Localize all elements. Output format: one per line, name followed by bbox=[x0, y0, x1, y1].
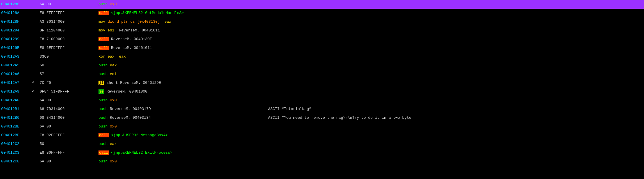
comment-cell bbox=[265, 9, 644, 17]
address-cell: 00401299 bbox=[0, 35, 32, 44]
arrow-cell bbox=[32, 140, 38, 148]
arrow-cell: ^ bbox=[32, 79, 38, 87]
table-row[interactable]: 004012B168 7D314000push ReverseM. 004031… bbox=[0, 105, 644, 114]
table-row[interactable]: 004012C86A 00push 0x0 bbox=[0, 157, 644, 166]
table-row[interactable]: 004012AF6A 00push 0x0 bbox=[0, 96, 644, 105]
arrow-cell bbox=[32, 17, 38, 26]
disasm-cell: mov edi, ReverseM. 00401011 bbox=[96, 26, 265, 35]
table-row[interactable]: 004012A657push edi bbox=[0, 70, 644, 79]
comment-cell bbox=[265, 122, 644, 131]
address-cell: 004012A6 bbox=[0, 70, 32, 79]
disasm-cell: push 0x0 bbox=[96, 96, 265, 105]
disasm-cell: push 0x0 bbox=[96, 0, 265, 9]
address-cell: 004012A9 bbox=[0, 87, 32, 96]
arrow-cell bbox=[32, 44, 38, 52]
bytes-cell: 68 34314000 bbox=[38, 114, 96, 122]
address-cell: 0040129E bbox=[0, 44, 32, 52]
comment-cell bbox=[265, 140, 644, 148]
address-cell: 004012AF bbox=[0, 96, 32, 105]
comment-cell bbox=[265, 0, 644, 9]
comment-cell bbox=[265, 52, 644, 61]
disasm-cell: call ReverseM. 0040130F bbox=[96, 35, 265, 44]
address-cell: 004012C8 bbox=[0, 157, 32, 166]
arrow-cell bbox=[32, 52, 38, 61]
table-row[interactable]: 004012A7^7C F5jl short ReverseM. 0040129… bbox=[0, 79, 644, 87]
comment-cell bbox=[265, 79, 644, 87]
disasm-cell: push 0x0 bbox=[96, 157, 265, 166]
table-row[interactable]: 004012C250push eax bbox=[0, 140, 644, 148]
address-cell: 004012BD bbox=[0, 131, 32, 140]
arrow-cell bbox=[32, 148, 38, 157]
disasm-cell: mov dword ptr ds:[0x403130], eax bbox=[96, 17, 265, 26]
comment-cell: ASCII “TutorialNag” bbox=[265, 105, 644, 114]
disasm-cell: call <jmp.&KERNEL32.ExitProcess> bbox=[96, 148, 265, 157]
arrow-cell bbox=[32, 157, 38, 166]
table-row[interactable]: 004012C3E8 B0FFFFFFcall <jmp.&KERNEL32.E… bbox=[0, 148, 644, 157]
comment-cell bbox=[265, 70, 644, 79]
bytes-cell: E8 71000000 bbox=[38, 35, 96, 44]
arrow-cell bbox=[32, 122, 38, 131]
comment-cell bbox=[265, 87, 644, 96]
disasm-cell: je ReverseM. 00401000 bbox=[96, 87, 265, 96]
bytes-cell: A3 30314000 bbox=[38, 17, 96, 26]
disasm-cell: xor eax, eax bbox=[96, 52, 265, 61]
disassembly-table: 004012886A 00push 0x00040128AE8 EFFFFFFF… bbox=[0, 0, 644, 166]
comment-cell bbox=[265, 61, 644, 70]
bytes-cell: 0F84 51FDFFFF bbox=[38, 87, 96, 96]
bytes-cell: 50 bbox=[38, 61, 96, 70]
comment-cell bbox=[265, 148, 644, 157]
address-cell: 004012BB bbox=[0, 122, 32, 131]
address-cell: 004012A5 bbox=[0, 61, 32, 70]
address-cell: 004012A3 bbox=[0, 52, 32, 61]
bytes-cell: 50 bbox=[38, 140, 96, 148]
table-row[interactable]: 004012BB6A 00push 0x0 bbox=[0, 122, 644, 131]
table-row[interactable]: 004012886A 00push 0x0 bbox=[0, 0, 644, 9]
table-row[interactable]: 0040129EE8 6EFDFFFFcall ReverseM. 004010… bbox=[0, 44, 644, 52]
bytes-cell: E8 B0FFFFFF bbox=[38, 148, 96, 157]
address-cell: 0040128A bbox=[0, 9, 32, 17]
arrow-cell bbox=[32, 9, 38, 17]
bytes-cell: BF 11104000 bbox=[38, 26, 96, 35]
table-row[interactable]: 0040128AE8 EFFFFFFFcall <jmp.&KERNEL32.G… bbox=[0, 9, 644, 17]
table-row[interactable]: 00401299E8 71000000call ReverseM. 004013… bbox=[0, 35, 644, 44]
disasm-cell: push 0x0 bbox=[96, 122, 265, 131]
table-row[interactable]: 0040128FA3 30314000mov dword ptr ds:[0x4… bbox=[0, 17, 644, 26]
arrow-cell bbox=[32, 61, 38, 70]
arrow-cell bbox=[32, 70, 38, 79]
bytes-cell: E8 92FFFFFF bbox=[38, 131, 96, 140]
comment-cell bbox=[265, 17, 644, 26]
disasm-cell: push edi bbox=[96, 70, 265, 79]
comment-cell bbox=[265, 96, 644, 105]
address-cell: 0040128F bbox=[0, 17, 32, 26]
disasm-cell: jl short ReverseM. 0040129E bbox=[96, 79, 265, 87]
table-row[interactable]: 004012BDE8 92FFFFFFcall <jmp.&USER32.Mes… bbox=[0, 131, 644, 140]
bytes-cell: 6A 00 bbox=[38, 157, 96, 166]
disasm-cell: call ReverseM. 00401011 bbox=[96, 44, 265, 52]
arrow-cell bbox=[32, 0, 38, 9]
table-row[interactable]: 004012A9^0F84 51FDFFFFje ReverseM. 00401… bbox=[0, 87, 644, 96]
comment-cell bbox=[265, 157, 644, 166]
disasm-cell: push ReverseM. 0040317D bbox=[96, 105, 265, 114]
address-cell: 004012B1 bbox=[0, 105, 32, 114]
arrow-cell bbox=[32, 26, 38, 35]
table-row[interactable]: 004012B668 34314000push ReverseM. 004031… bbox=[0, 114, 644, 122]
bytes-cell: 6A 00 bbox=[38, 0, 96, 9]
comment-cell bbox=[265, 35, 644, 44]
table-row[interactable]: 004012A333C0xor eax, eax bbox=[0, 52, 644, 61]
address-cell: 004012A7 bbox=[0, 79, 32, 87]
address-cell: 00401294 bbox=[0, 26, 32, 35]
bytes-cell: 68 7D314000 bbox=[38, 105, 96, 114]
table-row[interactable]: 00401294BF 11104000mov edi, ReverseM. 00… bbox=[0, 26, 644, 35]
bytes-cell: 6A 00 bbox=[38, 122, 96, 131]
comment-cell bbox=[265, 26, 644, 35]
table-row[interactable]: 004012A550push eax bbox=[0, 61, 644, 70]
arrow-cell bbox=[32, 96, 38, 105]
bytes-cell: E8 6EFDFFFF bbox=[38, 44, 96, 52]
comment-cell bbox=[265, 131, 644, 140]
bytes-cell: 7C F5 bbox=[38, 79, 96, 87]
arrow-cell bbox=[32, 131, 38, 140]
disasm-cell: push eax bbox=[96, 61, 265, 70]
comment-cell: ASCII “You need to remove the nag\r\nTry… bbox=[265, 114, 644, 122]
address-cell: 004012C3 bbox=[0, 148, 32, 157]
address-cell: 00401288 bbox=[0, 0, 32, 9]
